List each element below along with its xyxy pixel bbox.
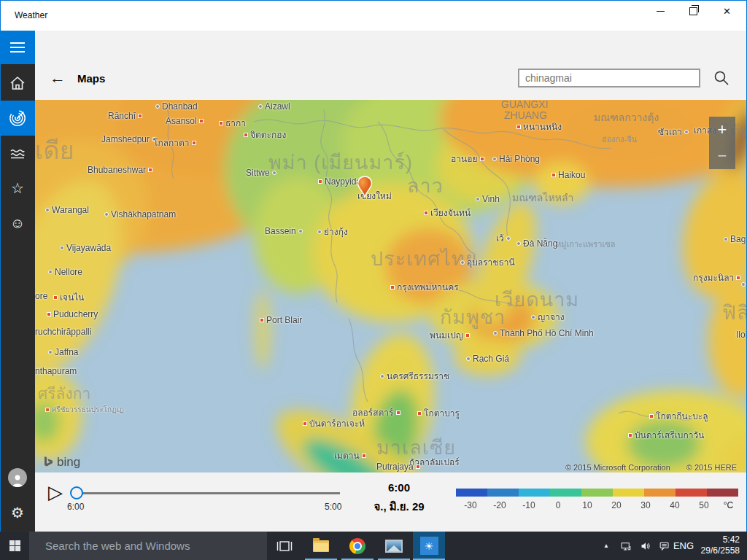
scale-tick: 30 [631,500,660,510]
map-label: หมู่เกาะแพราเซล [556,238,615,251]
restore-icon [689,7,697,15]
task-view-icon [276,540,293,553]
chrome-icon [349,538,365,554]
map-label: Đà Nẵng [516,238,557,249]
weather-app-button[interactable]: ☀ [413,532,445,560]
map-label: Rạch Giá [466,354,509,364]
titlebar: Weather ✕ [0,0,747,31]
start-button[interactable] [0,532,29,560]
sidebar-item-settings[interactable]: ⚙ [0,495,35,530]
sidebar-item-maps[interactable] [0,101,35,136]
search-input[interactable] [518,69,700,88]
city-square-marker [53,295,58,300]
zoom-in-button[interactable]: + [709,117,735,143]
scale-tick: 0 [543,500,573,510]
city-dot-marker [460,260,465,265]
map-pin[interactable] [357,176,373,198]
waves-chart-icon [9,145,26,161]
city-square-marker [551,173,556,177]
map-label: กรุงเทพมหานคร [390,280,459,294]
map-label: Jamshedpur [101,134,156,144]
city-dot-marker [516,241,521,246]
city-square-marker [424,211,428,215]
photos-button[interactable] [378,532,410,560]
map-label: มณฑลกวางตุ้ง [594,109,659,125]
map-label: ฮ่องกง-จีน [602,133,637,146]
city-dot-marker [531,315,535,319]
bing-logo: bing [44,455,80,470]
city-square-marker [303,421,307,426]
star-icon: ☆ [11,181,24,195]
weather-map[interactable]: เดียพม่า (เมียนมาร์)ลาวประเทศไทยกัมพูชาเ… [35,100,747,472]
task-view-button[interactable] [268,532,301,560]
map-label: พนมเปญ [430,328,470,342]
sidebar-item-historical-weather[interactable] [0,136,35,171]
city-dot-marker [493,331,498,335]
city-square-marker [465,333,470,338]
volume-tray-button[interactable] [636,532,655,560]
city-dot-marker [724,237,728,241]
city-square-marker [45,408,50,412]
city-dot-marker [104,212,109,217]
city-dot-marker [684,130,689,134]
city-square-marker [219,121,223,125]
map-label: Vinh [476,194,500,204]
language-indicator[interactable]: ENG [673,532,694,560]
chrome-button[interactable] [341,532,374,560]
map-label: กรุงมะนิลา [693,271,740,284]
taskbar-search-input[interactable] [29,532,267,560]
map-label: Haikou [551,170,585,180]
sidebar-item-feedback[interactable]: ☺ [0,206,35,241]
restore-button[interactable] [677,0,710,23]
sidebar-item-account[interactable] [0,460,35,495]
map-label: เมดาน [334,448,366,462]
home-icon [9,75,26,91]
network-tray-button[interactable] [616,532,635,560]
scale-unit: °C [719,500,738,510]
search-button[interactable] [709,69,729,88]
taskbar: ☀ ▲ ENG 5:42 29/6/2558 [0,532,747,560]
scale-tick: 40 [660,500,689,510]
time-slider-track[interactable] [76,492,340,494]
weather-sun-icon: ☀ [420,537,438,555]
minimize-button[interactable] [644,0,677,23]
bing-icon [44,456,53,468]
city-dot-marker [45,208,50,212]
map-label: Port Blair [260,315,302,325]
map-label: Vishākhapatnam [104,209,176,219]
sidebar-item-home[interactable] [0,66,35,101]
back-button[interactable]: ← [45,69,70,87]
map-label: นครศรีธรรมราช [380,369,449,383]
search-icon [713,70,729,86]
smiley-icon: ☺ [10,216,25,230]
file-explorer-button[interactable] [305,532,337,560]
map-label: ฮานอย [451,152,484,166]
sidebar-item-favorites[interactable]: ☆ [0,171,35,206]
avatar [8,468,27,487]
map-label: หนานหนิง [516,120,562,133]
minimize-icon [657,11,665,12]
hamburger-menu-button[interactable] [0,31,35,64]
scale-tick: 10 [573,500,602,510]
close-button[interactable]: ✕ [711,0,743,23]
city-square-marker [516,125,521,129]
zoom-out-button[interactable]: − [709,143,735,169]
map-label: เว้ [496,231,511,245]
map-label: Aizawl [258,101,290,112]
play-button[interactable]: ▷ [44,482,67,502]
taskbar-clock[interactable]: 5:42 29/6/2558 [693,534,740,557]
show-hidden-icons-button[interactable]: ▲ [598,532,614,560]
map-label: โกตาบารู [417,406,460,420]
time-slider-handle[interactable] [70,486,83,499]
city-dot-marker [258,104,263,109]
city-square-marker [318,179,322,184]
scale-tick: 50 [689,500,719,510]
map-label: ruchchirāppalli [35,327,91,337]
current-date: จ., มิ.ย. 29 [353,498,445,516]
attribution-here: © 2015 HERE [686,463,737,472]
city-square-marker [480,157,484,161]
map-label: เวียงจันทน์ [424,206,471,219]
city-square-marker [192,141,196,145]
map-label: Hải Phòng [492,154,540,164]
action-center-button[interactable] [655,532,674,560]
